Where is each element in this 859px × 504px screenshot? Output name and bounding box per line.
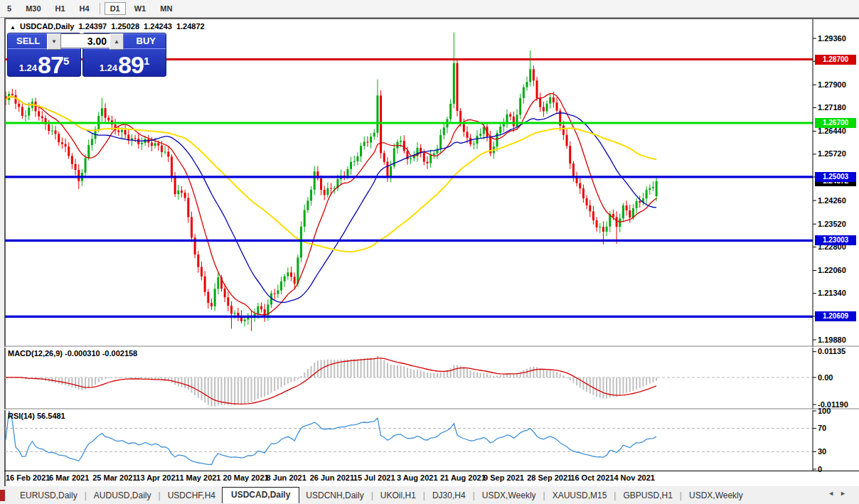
mt4-window: 5M30H1H4D1W1MN ▲ USDCAD,Daily 1.24397 1.… <box>0 0 859 504</box>
price-tick-label: 100 <box>818 407 858 415</box>
ma-fast <box>6 93 656 314</box>
macd-layer <box>5 356 813 407</box>
date-tick-label: 20 May 2021 <box>223 473 269 482</box>
chart-tab-bar: EURUSD,Daily|AUDUSD,Daily|USDCHF,H4USDCA… <box>0 486 859 504</box>
chart-tab-xauusd-m15[interactable]: XAUUSD,M15 <box>546 488 614 503</box>
macd-name: MACD(12,26,9) <box>8 349 63 358</box>
symbol-marker-icon: ▲ <box>10 24 16 31</box>
date-tick-label: 9 Sep 2021 <box>484 473 524 482</box>
date-tick-label: 1 May 2021 <box>179 473 220 482</box>
buy-price-pip: 1 <box>144 49 149 73</box>
macd-label: MACD(12,26,9) -0.000310 -0.002158 <box>8 349 137 358</box>
tab-separator: | <box>371 490 373 500</box>
tab-separator: | <box>423 490 425 500</box>
volume-increase-button[interactable]: ▲ <box>110 33 124 50</box>
macd-values: -0.000310 -0.002158 <box>65 349 137 358</box>
sell-price-prefix: 1.24 <box>19 61 37 75</box>
chart-title: ▲ USDCAD,Daily 1.24397 1.25028 1.24243 1… <box>10 22 207 31</box>
date-tick-label: 16 Feb 2021 <box>6 473 50 482</box>
price-tick-label: 1.27900 <box>818 80 858 89</box>
tab-scroll-arrows: ◄► <box>828 490 852 497</box>
price-tick-label: 70 <box>818 424 858 432</box>
volume-spinner: ▼ ▲ <box>47 33 124 48</box>
price-tick-label: 1.24260 <box>818 196 858 205</box>
tab-separator: | <box>85 490 87 500</box>
tab-separator: | <box>614 490 616 500</box>
date-tick-label: 13 Apr 2021 <box>136 473 179 482</box>
sell-label: SELL <box>16 36 40 46</box>
price-tick-label: 1.21340 <box>818 289 858 297</box>
tab-scroll-right-icon[interactable]: ► <box>840 490 852 497</box>
rsi-name: RSI(14) <box>8 412 35 420</box>
tab-separator: | <box>680 490 682 500</box>
date-tick-label: 28 Sep 2021 <box>527 473 572 482</box>
date-tick-label: 21 Aug 2021 <box>440 473 486 482</box>
ohlc-low: 1.24243 <box>144 22 172 31</box>
chart-tab-gbpusd-h1[interactable]: GBPUSD,H1 <box>617 488 678 503</box>
ohlc-high: 1.25028 <box>111 22 139 31</box>
one-click-trade-panel: SELL 1.24 87 5 BUY 1.24 89 1 ▼ ▲ <box>7 33 165 75</box>
ma-slow <box>6 97 656 252</box>
chart-tab-usdcnh-daily[interactable]: USDCNH,Daily <box>299 488 370 503</box>
date-tick-label: 25 Mar 2021 <box>92 473 137 482</box>
price-level-badge: 1.25003 <box>815 172 856 182</box>
chart-tab-eurusd-daily[interactable]: EURUSD,Daily <box>14 488 84 503</box>
date-tick-label: 8 Jun 2021 <box>267 473 306 482</box>
rsi-layer <box>5 411 813 465</box>
price-tick-label: 0.00 <box>818 373 858 382</box>
chart-tab-usdx-weekly[interactable]: USDX,Weekly <box>476 488 543 503</box>
price-tick-label: 0 <box>818 465 858 473</box>
date-tick-label: 4 Nov 2021 <box>614 473 654 482</box>
chart-tab-audusd-daily[interactable]: AUDUSD,Daily <box>87 488 158 503</box>
price-tick-label: 1.25720 <box>818 149 858 158</box>
buy-label: BUY <box>137 36 156 46</box>
price-tick-label: 1.27180 <box>818 103 858 112</box>
tab-separator: | <box>473 490 475 500</box>
buy-price-prefix: 1.24 <box>100 61 117 75</box>
date-tick-label: 3 Aug 2021 <box>397 473 438 482</box>
sell-price-pip: 5 <box>63 49 69 73</box>
rsi-label: RSI(14) 56.5481 <box>8 412 65 420</box>
chart-tab-usdcad-daily[interactable]: USDCAD,Daily <box>222 487 299 503</box>
symbol-name: USDCAD,Daily <box>20 22 74 31</box>
ma-medium <box>6 97 656 303</box>
buy-price-big: 89 <box>118 54 144 75</box>
tab-scroll-left-icon[interactable]: ◄ <box>828 490 840 497</box>
tab-strip-marker-icon <box>0 490 5 501</box>
buy-price: 1.24 89 1 <box>83 49 166 77</box>
price-level-badge: 1.23003 <box>815 235 856 245</box>
price-tick-label: 1.23520 <box>818 220 858 228</box>
ohlc-open: 1.24397 <box>78 22 107 31</box>
tab-separator: | <box>159 490 161 500</box>
tab-separator: | <box>543 490 545 500</box>
date-tick-label: 6 Mar 2021 <box>49 473 89 482</box>
price-tick-label: 30 <box>818 447 858 456</box>
rsi-value: 56.5481 <box>37 412 65 420</box>
volume-decrease-button[interactable]: ▼ <box>47 33 61 50</box>
date-tick-label: 15 Jul 2021 <box>353 473 395 482</box>
chart-tab-ukoil-h1[interactable]: UKOil,H1 <box>374 488 422 503</box>
volume-input[interactable] <box>61 33 110 48</box>
date-tick-label: 16 Oct 2021 <box>570 473 614 482</box>
chart-tab-dj30-h4[interactable]: DJ30,H4 <box>426 488 472 503</box>
sell-price: 1.24 87 5 <box>8 49 80 77</box>
chart-tab-usdchf-h4[interactable]: USDCHF,H4 <box>161 488 222 503</box>
price-level-badge: 1.20609 <box>815 311 856 321</box>
price-tick-label: 1.19880 <box>818 336 858 344</box>
sell-price-big: 87 <box>38 54 63 75</box>
chart-tab-usdx-weekly[interactable]: USDX,Weekly <box>683 488 749 503</box>
price-tick-label: 1.29360 <box>818 34 858 43</box>
price-level-badge: 1.28700 <box>815 55 856 65</box>
date-tick-label: 26 Jun 2021 <box>310 473 354 482</box>
price-tick-label: 1.22060 <box>818 266 858 274</box>
ohlc-close: 1.24872 <box>176 22 205 31</box>
price-tick-label: 0.01135 <box>818 347 858 355</box>
rsi-line <box>6 411 656 465</box>
price-level-badge: 1.26700 <box>815 118 856 128</box>
